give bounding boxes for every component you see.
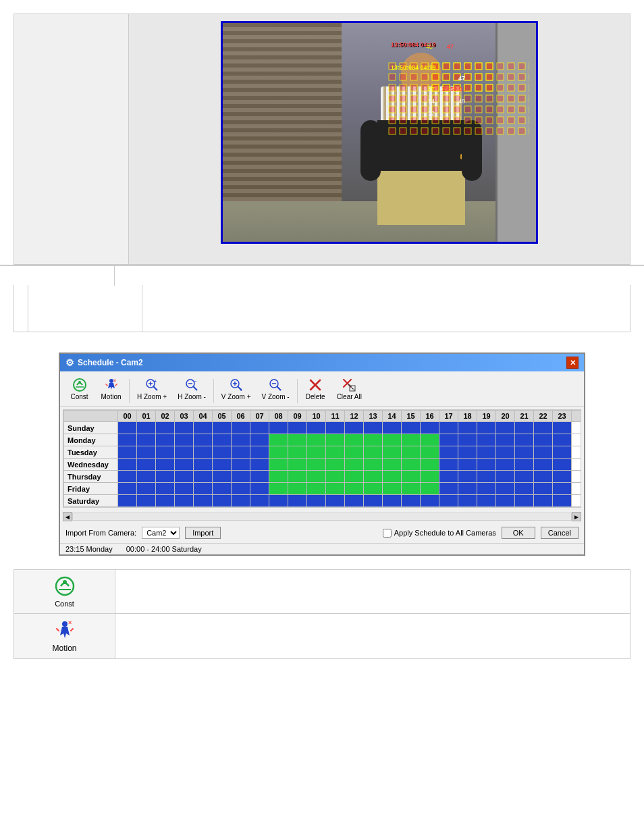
monday-14[interactable] <box>383 434 402 446</box>
sunday-11[interactable] <box>326 422 345 434</box>
monday-18[interactable] <box>458 434 477 446</box>
sunday-22[interactable] <box>534 422 553 434</box>
monday-12[interactable] <box>345 434 364 446</box>
sunday-06[interactable] <box>232 422 250 434</box>
monday-08[interactable] <box>269 434 288 446</box>
svg-text:27: 27 <box>428 86 435 93</box>
svg-text:−: − <box>279 388 281 392</box>
top-section: 13:50:084 04:19 48 47 <box>14 14 630 265</box>
hour-07: 07 <box>250 411 269 422</box>
monday-row: Monday <box>64 434 582 446</box>
monday-21[interactable] <box>515 434 534 446</box>
svg-text:×: × <box>113 378 116 383</box>
sunday-09[interactable] <box>288 422 307 434</box>
camera-area: 13:50:084 04:19 48 47 <box>129 14 630 264</box>
monday-16[interactable] <box>421 434 439 446</box>
toolbar-vzoom-plus-button[interactable]: + V Zoom + <box>217 374 256 403</box>
hour-13: 13 <box>364 411 383 422</box>
sunday-08[interactable] <box>269 422 288 434</box>
hour-21: 21 <box>515 411 534 422</box>
svg-point-40 <box>63 580 67 584</box>
sunday-00[interactable] <box>118 422 137 434</box>
monday-07[interactable] <box>250 434 269 446</box>
scroll-column <box>572 411 582 422</box>
hour-04: 04 <box>194 411 213 422</box>
ok-button[interactable]: OK <box>502 527 535 539</box>
monday-10[interactable] <box>307 434 326 446</box>
svg-line-42 <box>57 629 59 631</box>
monday-23[interactable] <box>553 434 572 446</box>
const-icon-cell: Const <box>14 570 115 614</box>
scroll-left-btn[interactable]: ◄ <box>63 512 72 521</box>
dialog-footer: Import From Camera: Cam2 Cam1 Cam3 Impor… <box>60 523 584 543</box>
sunday-17[interactable] <box>439 422 458 434</box>
sunday-19[interactable] <box>477 422 496 434</box>
sunday-20[interactable] <box>496 422 515 434</box>
const-label: Const <box>70 393 88 400</box>
svg-text:22: 22 <box>428 110 435 117</box>
horizontal-scrollbar[interactable]: ◄ ► <box>63 511 581 523</box>
monday-06[interactable] <box>232 434 250 446</box>
icon-table: Const × Motion <box>14 569 630 659</box>
monday-11[interactable] <box>326 434 345 446</box>
sunday-03[interactable] <box>175 422 194 434</box>
sunday-21[interactable] <box>515 422 534 434</box>
apply-to-all-label: Apply Schedule to All Cameras <box>394 529 496 537</box>
sunday-01[interactable] <box>137 422 156 434</box>
const-svg-icon <box>54 575 76 597</box>
camera-select[interactable]: Cam2 Cam1 Cam3 <box>142 527 180 539</box>
sunday-04[interactable] <box>194 422 213 434</box>
monday-13[interactable] <box>364 434 383 446</box>
hour-16: 16 <box>421 411 439 422</box>
monday-05[interactable] <box>213 434 232 446</box>
scroll-right-btn[interactable]: ► <box>572 512 581 521</box>
motion-icon-cell: × Motion <box>14 614 115 659</box>
monday-17[interactable] <box>439 434 458 446</box>
monday-20[interactable] <box>496 434 515 446</box>
toolbar-delete-button[interactable]: Delete <box>300 374 331 403</box>
sunday-16[interactable] <box>421 422 439 434</box>
schedule-tbody: Sunday <box>64 422 582 507</box>
close-button[interactable]: ✕ <box>566 357 579 369</box>
icon-row-const: Const <box>14 570 630 614</box>
toolbar-const-button[interactable]: Const <box>64 374 95 403</box>
monday-03[interactable] <box>175 434 194 446</box>
monday-22[interactable] <box>534 434 553 446</box>
sunday-23[interactable] <box>553 422 572 434</box>
separator-3 <box>297 379 298 403</box>
bottom-strip <box>0 265 644 285</box>
sunday-02[interactable] <box>156 422 175 434</box>
clearall-icon <box>341 377 357 393</box>
thursday-label: Thursday <box>64 471 118 483</box>
sunday-07[interactable] <box>250 422 269 434</box>
toolbar-hzoom-minus-button[interactable]: − H Zoom - <box>173 374 211 403</box>
import-button[interactable]: Import <box>185 527 221 539</box>
monday-02[interactable] <box>156 434 175 446</box>
monday-00[interactable] <box>118 434 137 446</box>
vzoom-plus-icon: + <box>228 377 244 393</box>
sunday-15[interactable] <box>402 422 421 434</box>
sunday-10[interactable] <box>307 422 326 434</box>
svg-point-41 <box>62 621 68 627</box>
scrollbar-track[interactable] <box>72 513 572 521</box>
monday-19[interactable] <box>477 434 496 446</box>
monday-01[interactable] <box>137 434 156 446</box>
status-time: 23:15 Monday <box>65 545 113 553</box>
sunday-14[interactable] <box>383 422 402 434</box>
cancel-button[interactable]: Cancel <box>541 527 579 539</box>
sunday-12[interactable] <box>345 422 364 434</box>
monday-09[interactable] <box>288 434 307 446</box>
sunday-18[interactable] <box>458 422 477 434</box>
toolbar-hzoom-plus-button[interactable]: + H Zoom + <box>132 374 171 403</box>
toolbar-vzoom-minus-button[interactable]: − V Zoom - <box>257 374 294 403</box>
header-row: 00 01 02 03 04 05 06 07 08 09 10 11 12 1… <box>64 411 582 422</box>
monday-15[interactable] <box>402 434 421 446</box>
sunday-13[interactable] <box>364 422 383 434</box>
title-icon: ⚙ <box>65 357 74 368</box>
sunday-05[interactable] <box>213 422 232 434</box>
monday-04[interactable] <box>194 434 213 446</box>
toolbar-motion-button[interactable]: × Motion <box>96 374 126 403</box>
toolbar-clearall-button[interactable]: Clear All <box>332 374 367 403</box>
apply-to-all-checkbox[interactable] <box>383 529 392 538</box>
svg-line-16 <box>153 386 157 390</box>
